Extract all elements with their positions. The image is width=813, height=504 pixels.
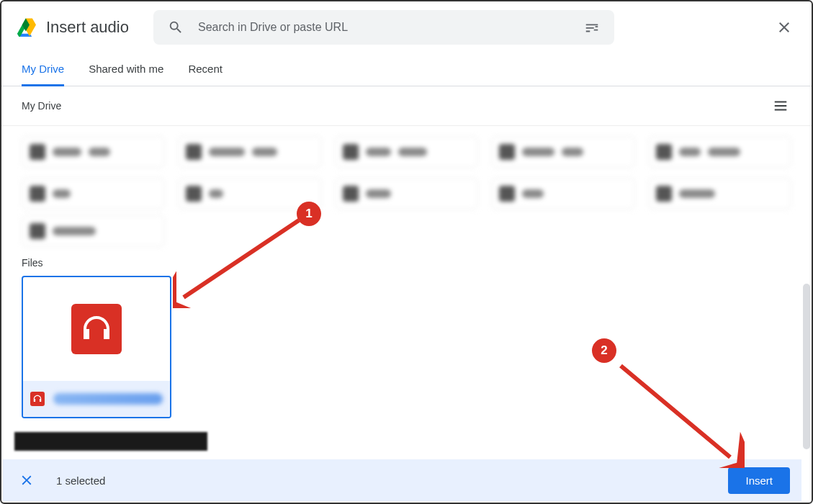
folder-item[interactable] [648,178,791,210]
tabs-row: My Drive Shared with me Recent [1,53,812,86]
files-section-label: Files [22,257,791,269]
drive-logo-icon [16,18,36,37]
dialog-title: Insert audio [46,18,129,37]
file-name [53,393,163,405]
folder-item[interactable] [22,215,165,247]
clear-selection-button[interactable] [14,468,39,492]
breadcrumb[interactable]: My Drive [22,100,61,112]
search-container [153,10,614,45]
annotation-arrow-1 [173,215,310,308]
search-input[interactable] [198,21,570,34]
audio-file-card-selected[interactable] [22,276,171,418]
headphones-icon [71,304,122,354]
folder-grid-row3 [22,215,791,247]
folder-item[interactable] [491,136,634,168]
folder-item[interactable] [22,178,165,210]
svg-line-0 [184,220,299,297]
svg-line-1 [621,366,730,457]
file-meta-bar [23,381,170,417]
headphones-icon [30,392,45,406]
folder-grid [22,136,791,210]
scrollbar[interactable] [803,284,810,449]
annotation-badge-1: 1 [297,202,321,226]
annotation-arrow-2 [615,360,745,468]
folder-item[interactable] [648,136,791,168]
selection-count-text: 1 selected [56,474,105,487]
redacted-strip [14,432,207,451]
tab-shared-with-me[interactable]: Shared with me [89,53,163,86]
tab-recent[interactable]: Recent [188,53,223,86]
folder-item[interactable] [335,178,478,210]
folder-item[interactable] [22,136,165,168]
folder-item[interactable] [491,178,634,210]
file-thumbnail [23,277,170,381]
search-options-icon[interactable] [580,15,604,40]
breadcrumb-row: My Drive [1,86,812,126]
insert-button[interactable]: Insert [728,467,790,494]
search-icon[interactable] [163,15,188,40]
annotation-badge-2: 2 [592,338,616,363]
folder-item[interactable] [178,136,321,168]
view-toggle-list-icon[interactable] [768,94,793,118]
folder-item[interactable] [335,136,478,168]
tab-my-drive[interactable]: My Drive [22,53,64,86]
close-dialog-button[interactable] [771,14,797,40]
dialog-header: Insert audio [1,1,812,53]
